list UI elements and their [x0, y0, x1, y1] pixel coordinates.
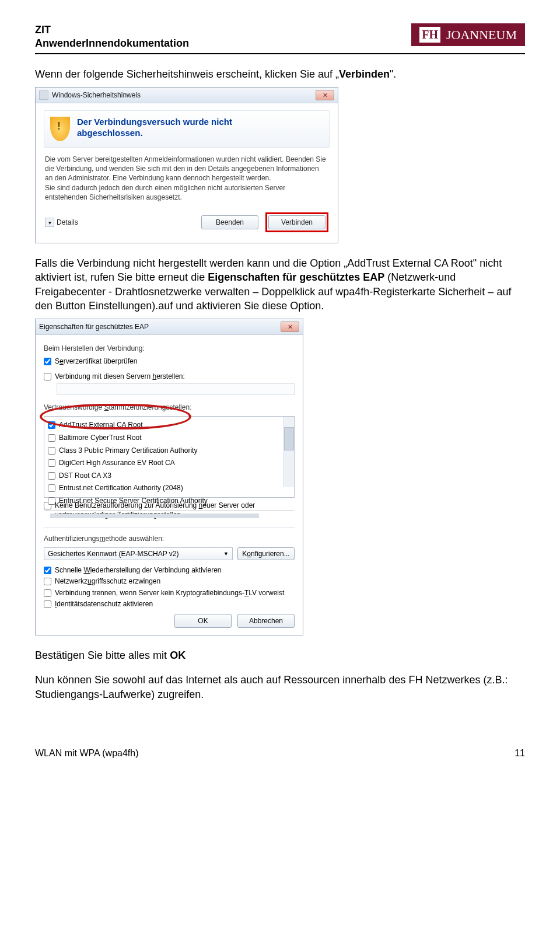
banner-line2: abgeschlossen. [77, 128, 232, 139]
close-icon[interactable]: ✕ [316, 90, 334, 100]
server-cert-checkbox[interactable]: Serverzertifikat überprüfen [44, 357, 295, 366]
verbinden-highlight: Verbinden [265, 212, 328, 232]
cancel-button[interactable]: Abbrechen [237, 614, 295, 628]
trusted-ca-label: Vertrauenswürdige Stammzertifizierungsst… [44, 403, 295, 411]
page-footer: WLAN mit WPA (wpa4fh) 11 [35, 748, 525, 759]
chevron-down-icon: ▾ [45, 218, 54, 227]
shield-warning-icon [50, 117, 70, 141]
servers-input[interactable] [57, 383, 295, 395]
dialog1-icon [39, 90, 48, 100]
ca-item[interactable]: Baltimore CyberTrust Root [44, 433, 294, 443]
connect-section-label: Beim Herstellen der Verbindung: [44, 344, 295, 352]
identity-privacy-checkbox[interactable]: Identitätsdatenschutz aktivieren [44, 600, 295, 609]
eap-properties-dialog: Eigenschaften für geschütztes EAP ✕ Beim… [35, 319, 303, 635]
auth-method-label: Authentifizierungsmethode auswählen: [44, 535, 295, 543]
fh-joanneum-logo: FH JOANNEUM [411, 23, 525, 46]
listbox-scrollbar[interactable] [284, 417, 294, 487]
header-line2: AnwenderInnendokumentation [35, 37, 189, 50]
doc-title: ZIT AnwenderInnendokumentation [35, 23, 189, 51]
details-toggle[interactable]: ▾ Details [45, 218, 78, 227]
intro-paragraph: Wenn der folgende Sicherheitshinweis ers… [35, 67, 525, 81]
auth-method-select[interactable]: Gesichertes Kennwort (EAP-MSCHAP v2) ▼ [44, 547, 233, 560]
server-cert-checkbox-input[interactable] [44, 358, 51, 365]
ca-item[interactable]: DigiCert High Assurance EV Root CA [44, 458, 294, 469]
ca-item[interactable]: Class 3 Public Primary Certification Aut… [44, 446, 294, 456]
dialog2-title: Eigenschaften für geschütztes EAP [39, 323, 149, 331]
ca-item-addtrust[interactable]: AddTrust External CA Root [44, 420, 294, 431]
chevron-down-icon: ▼ [223, 551, 229, 557]
listbox-hscroll[interactable] [44, 510, 294, 521]
logo-brand: JOANNEUM [446, 27, 517, 43]
ca-item[interactable]: DST Root CA X3 [44, 471, 294, 481]
connect-servers-checkbox-input[interactable] [44, 373, 51, 380]
confirm-paragraph: Bestätigen Sie bitte alles mit OK [35, 648, 525, 662]
warning-banner: Der Verbindungsversuch wurde nicht abges… [44, 110, 330, 148]
fast-reconnect-checkbox[interactable]: Schnelle Wiederherstellung der Verbindun… [44, 566, 295, 575]
connect-servers-checkbox[interactable]: Verbindung mit diesen Servern herstellen… [44, 372, 295, 382]
cryptobinding-checkbox[interactable]: Verbindung trennen, wenn Server kein Kry… [44, 589, 295, 598]
header-line1: ZIT [35, 23, 189, 37]
security-warning-dialog: Windows-Sicherheitshinweis ✕ Der Verbind… [35, 87, 338, 243]
trusted-ca-listbox[interactable]: AddTrust External CA Root Baltimore Cybe… [44, 416, 295, 498]
beenden-button[interactable]: Beenden [201, 215, 258, 229]
dialog1-titlebar: Windows-Sicherheitshinweis ✕ [36, 88, 338, 103]
ca-item[interactable]: Entrust.net Secure Server Certification … [44, 496, 294, 507]
footer-page-number: 11 [514, 748, 525, 759]
verbinden-button[interactable]: Verbinden [268, 215, 326, 229]
logo-fh: FH [419, 27, 440, 43]
mid-paragraph: Falls die Verbindung nicht hergestellt w… [35, 256, 525, 313]
nap-checkbox[interactable]: Netzwerkzugriffsschutz erzwingen [44, 577, 295, 586]
page-header: ZIT AnwenderInnendokumentation FH JOANNE… [35, 23, 525, 54]
configure-button[interactable]: Konfigurieren... [237, 547, 295, 560]
dialog1-title: Windows-Sicherheitshinweis [52, 91, 141, 99]
banner-line1: Der Verbindungsversuch wurde nicht [77, 117, 232, 128]
footer-left: WLAN mit WPA (wpa4fh) [35, 748, 139, 759]
dialog1-info: Die vom Server bereitgestellten Anmeldei… [44, 148, 330, 208]
final-paragraph: Nun können Sie sowohl auf das Internet a… [35, 673, 525, 701]
close-icon[interactable]: ✕ [281, 322, 299, 332]
ok-button[interactable]: OK [174, 614, 232, 628]
dialog2-titlebar: Eigenschaften für geschütztes EAP ✕ [36, 319, 303, 335]
ca-item[interactable]: Entrust.net Certification Authority (204… [44, 483, 294, 494]
